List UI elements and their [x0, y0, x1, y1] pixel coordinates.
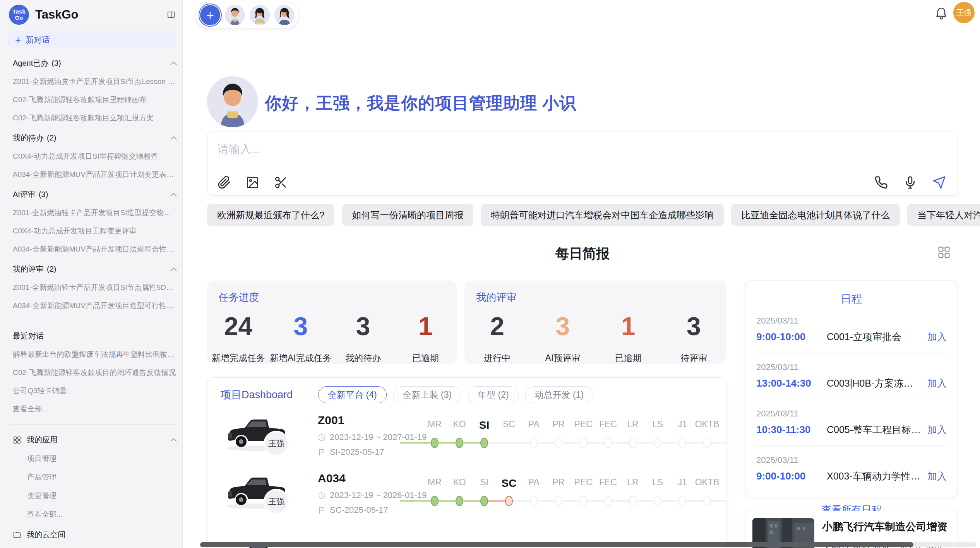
add-agent-button[interactable]: +	[200, 5, 220, 25]
section-count: (2)	[47, 134, 56, 142]
section-my-todo[interactable]: 我的待办(2)	[13, 133, 177, 143]
schedule-item: 2025/03/11 9:00-10:00 X003-车辆动力学性能验... 加…	[756, 455, 947, 483]
section-title: 我的评审	[13, 265, 44, 273]
join-link[interactable]: 加入	[927, 377, 947, 390]
schedule-card: 日程 2025/03/11 9:00-10:00 C001-立项审批会 加入 2…	[745, 281, 958, 497]
section-count: (3)	[51, 59, 61, 67]
sidebar-item-my-apps[interactable]: 我的应用	[13, 435, 177, 445]
schedule-event-title: C003|H0B-方案冻结评审	[827, 377, 921, 390]
horizontal-scrollbar-track[interactable]	[200, 542, 976, 547]
app-window: Task Go TaskGo + 新对话 Agent已办(3) Z001-全新燃…	[0, 0, 980, 548]
stat: 3待评审	[661, 313, 726, 364]
microphone-icon[interactable]	[903, 176, 917, 189]
schedule-date: 2025/03/11	[756, 409, 947, 419]
recent-view-all[interactable]: 查看全部...	[13, 404, 177, 414]
agent-switcher: +	[195, 2, 299, 28]
logo-line2: Go	[15, 15, 23, 21]
logo-line1: Task	[12, 9, 25, 15]
tab-model-year[interactable]: 年型 (2)	[468, 386, 519, 403]
stat: 24新增完成任务	[207, 313, 269, 364]
chevron-up-icon	[170, 193, 177, 197]
send-icon[interactable]	[932, 176, 946, 189]
stat: 3新增AI完成任务	[269, 313, 332, 364]
tab-new-platform[interactable]: 全新平台 (4)	[318, 386, 387, 403]
suggestion-chip[interactable]: 特朗普可能对进口汽车增税会对中国车企造成哪些影响	[481, 204, 724, 226]
chat-input[interactable]	[218, 138, 759, 160]
schedule-title: 日程	[756, 292, 947, 307]
daily-briefing-title: 每日简报	[555, 246, 610, 261]
notification-bell-icon[interactable]	[935, 7, 947, 20]
horizontal-scrollbar-thumb[interactable]	[200, 542, 913, 547]
recent-chat-item[interactable]: 公司Q3轻卡销量	[13, 386, 177, 396]
tab-powertrain[interactable]: 动总开发 (1)	[525, 386, 594, 403]
project-dates: 2023-12-19 ~ 2027-01-19	[330, 432, 427, 442]
milestone-nodes	[422, 493, 726, 509]
paperclip-icon[interactable]	[218, 176, 231, 189]
tab-new-body[interactable]: 全新上装 (3)	[393, 386, 462, 403]
scissors-icon[interactable]	[274, 176, 288, 189]
sidebar-item[interactable]: C0X4-动力总成开发项目工程变更评审	[13, 226, 177, 236]
apps-grid-icon	[13, 436, 21, 444]
section-title: 我的待办	[13, 134, 44, 142]
sidebar: Task Go TaskGo + 新对话 Agent已办(3) Z001-全新燃…	[0, 0, 183, 548]
schedule-time: 9:00-10:00	[756, 470, 818, 482]
sidebar-item[interactable]: C0X4-动力总成开发项目SI里程碑提交物检查	[13, 151, 177, 161]
image-icon[interactable]	[246, 176, 259, 189]
divider	[9, 321, 177, 321]
suggestion-chip[interactable]: 当下年轻人对汽车外观有怎样的喜好趋势	[907, 204, 980, 226]
apps-view-all[interactable]: 查看全部...	[27, 509, 177, 519]
schedule-event-title: C005-整车工程目标评审	[827, 423, 921, 436]
app-item-change-mgmt[interactable]: 变更管理	[27, 491, 177, 501]
agent-avatar-3[interactable]	[274, 5, 295, 25]
sidebar-collapse-icon[interactable]	[167, 10, 175, 19]
section-title: 最近对话	[13, 331, 44, 341]
schedule-date: 2025/03/11	[756, 455, 947, 465]
project-dashboard-card: 项目Dashboard 全新平台 (4) 全新上装 (3) 年型 (2) 动总开…	[207, 377, 726, 548]
schedule-time: 13:00-14:30	[756, 377, 818, 389]
recent-chat-item[interactable]: 解释最新出台的欧盟报废车法规再生塑料比例被调至15%...	[13, 349, 177, 360]
sidebar-item[interactable]: A034-全新新能源MUV产品开发项目法规符合性评审	[13, 244, 177, 254]
flag-icon	[318, 506, 326, 514]
suggestion-chip[interactable]: 如何写一份清晰的项目周报	[342, 204, 473, 226]
section-my-review[interactable]: 我的评审(2)	[13, 264, 177, 274]
sidebar-item[interactable]: A034-全新新能源MUV产品开发项目造型可行性评审	[13, 301, 177, 311]
new-chat-button[interactable]: + 新对话	[9, 31, 176, 48]
join-link[interactable]: 加入	[927, 423, 947, 436]
layout-grid-icon[interactable]	[938, 246, 950, 259]
recent-chat-item[interactable]: C02-飞腾新能源轻客改款项目的闭环通告反馈情况	[13, 368, 177, 378]
user-avatar[interactable]: 王强	[953, 2, 975, 23]
agent-avatar-2[interactable]	[250, 5, 270, 25]
section-count: (2)	[47, 265, 56, 273]
project-row-z001[interactable]: 王强 Z001 2023-12-19 ~ 2027-01-19 SI-2025-…	[207, 411, 726, 469]
project-row-a034[interactable]: 王强 A034 2023-12-19 ~ 2026-01-19 SC-2025-…	[207, 469, 726, 527]
section-ai-review[interactable]: AI评审(3)	[13, 189, 177, 200]
sidebar-item[interactable]: C02-飞腾新能源轻客改款项目里程碑画布	[13, 95, 177, 105]
sidebar-item[interactable]: Z001-全新燃油轻卡产品开发项目SI节点属性5D文件评审	[13, 283, 177, 293]
project-owner-badge: 王强	[264, 489, 289, 514]
join-link[interactable]: 加入	[927, 331, 947, 343]
section-agent-done[interactable]: Agent已办(3)	[13, 58, 177, 68]
app-item-product-mgmt[interactable]: 产品管理	[27, 472, 177, 482]
sidebar-item[interactable]: Z001-全新燃油轻卡产品开发项目SI造型提交物评审	[13, 208, 177, 218]
divider	[756, 445, 947, 446]
milestone-timeline: MRKOSISCPAPRPECFECLRLSJ1OKTB	[422, 419, 726, 452]
card-title: 我的评审	[476, 291, 726, 304]
section-title: Agent已办	[13, 59, 48, 67]
chat-composer	[207, 132, 958, 196]
stat: 2进行中	[464, 313, 530, 364]
main-area: + 王强 你好，王强，我是你的项目管理助理 小识	[183, 0, 980, 548]
sidebar-item-cloud-space[interactable]: 我的云空间	[13, 529, 177, 540]
sidebar-item[interactable]: A034-全新新能源MUV产品开发项目计划变更表编写	[13, 170, 177, 180]
suggestion-chip[interactable]: 欧洲新规最近颁布了什么?	[207, 204, 334, 226]
agent-avatar-1[interactable]	[225, 5, 245, 25]
chevron-up-icon	[170, 438, 177, 442]
stat: 1已逾期	[596, 313, 661, 364]
sidebar-item[interactable]: Z001-全新燃油皮卡产品开发项目SI节点Lesson Learn报告	[13, 77, 177, 87]
dashboard-title: 项目Dashboard	[221, 388, 293, 402]
join-link[interactable]: 加入	[927, 470, 947, 483]
app-item-project-mgmt[interactable]: 项目管理	[27, 454, 177, 464]
suggestion-chip[interactable]: 比亚迪全固态电池计划具体说了什么	[731, 204, 900, 226]
sidebar-item[interactable]: C02-飞腾新能源轻客改款项目立项汇报方案	[13, 113, 177, 123]
phone-icon[interactable]	[874, 176, 888, 189]
section-title: AI评审	[13, 190, 36, 199]
